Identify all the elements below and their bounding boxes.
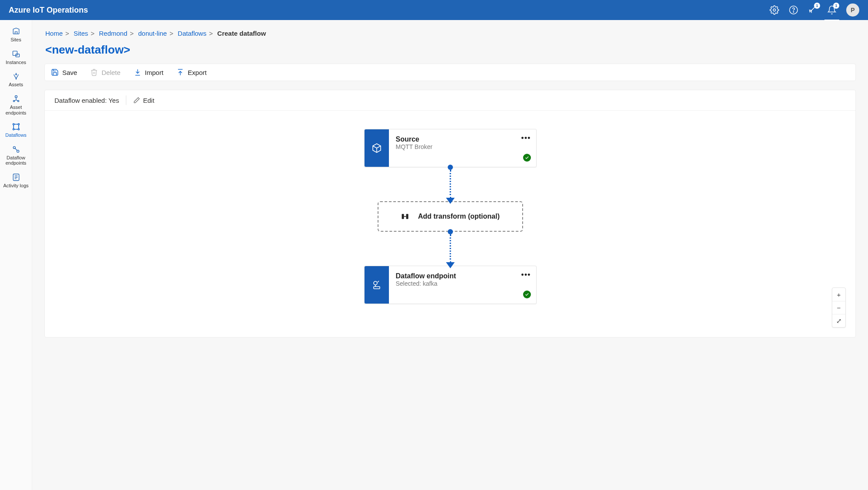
svg-point-6 — [15, 95, 17, 98]
svg-rect-16 — [402, 214, 404, 219]
avatar[interactable]: P — [846, 3, 859, 17]
endpoint-icon — [372, 280, 382, 290]
divider — [126, 95, 126, 105]
zoom-fit-button[interactable]: ⤢ — [832, 314, 845, 327]
source-menu-icon[interactable]: ••• — [521, 134, 531, 143]
source-title: Source — [396, 135, 529, 143]
settings-icon[interactable] — [770, 5, 779, 15]
svg-rect-17 — [406, 214, 408, 219]
nav-label: Assets — [9, 82, 23, 88]
dest-card[interactable]: Dataflow endpoint Selected: kafka ••• — [364, 266, 537, 304]
crumb-dataflows[interactable]: Dataflows — [178, 30, 206, 37]
zoom-in-button[interactable]: + — [832, 288, 845, 301]
export-button[interactable]: Export — [176, 68, 206, 76]
nav-label: Dataflows — [5, 132, 26, 138]
check-icon — [523, 154, 531, 162]
import-button[interactable]: Import — [134, 68, 164, 76]
crumb-sites[interactable]: Sites — [74, 30, 88, 37]
save-icon — [51, 68, 59, 76]
source-subtitle: MQTT Broker — [396, 143, 529, 150]
crumb-redmond[interactable]: Redmond — [99, 30, 127, 37]
topbar-actions: 1 1 P — [770, 3, 859, 17]
svg-point-0 — [773, 9, 776, 11]
zoom-out-button[interactable]: − — [832, 301, 845, 314]
svg-point-2 — [793, 12, 794, 12]
command-bar: Save Delete Import Export — [44, 64, 856, 81]
nav-label: Asset endpoints — [2, 105, 30, 115]
svg-point-18 — [374, 281, 377, 285]
connector-2 — [449, 232, 451, 266]
export-label: Export — [188, 69, 206, 76]
zoom-controls: + − ⤢ — [832, 287, 846, 328]
nav-label: Instances — [6, 60, 26, 65]
cube-icon — [372, 143, 382, 153]
svg-rect-19 — [374, 287, 380, 289]
notifications-icon[interactable]: 1 — [827, 5, 837, 15]
edit-label: Edit — [143, 97, 154, 104]
check-icon — [523, 291, 531, 298]
nav-assets[interactable]: Assets — [0, 68, 32, 91]
delete-button: Delete — [90, 68, 120, 76]
nav-label: Activity logs — [3, 183, 28, 189]
source-card[interactable]: Source MQTT Broker ••• — [364, 129, 537, 167]
topbar: Azure IoT Operations 1 1 P — [0, 0, 868, 20]
dest-menu-icon[interactable]: ••• — [521, 270, 531, 280]
transform-label: Add transform (optional) — [418, 213, 500, 220]
download-icon — [134, 68, 142, 76]
svg-point-9 — [13, 124, 14, 125]
panel-head: Dataflow enabled: Yes Edit — [45, 90, 855, 111]
svg-point-12 — [18, 128, 19, 130]
save-button[interactable]: Save — [51, 68, 77, 76]
import-label: Import — [145, 69, 164, 76]
dest-title: Dataflow endpoint — [396, 272, 529, 280]
nav-activity-logs[interactable]: Activity logs — [0, 169, 32, 192]
help-icon[interactable] — [789, 5, 798, 15]
edit-button[interactable]: Edit — [133, 97, 154, 104]
save-label: Save — [62, 69, 77, 76]
breadcrumb: Home> Sites> Redmond> donut-line> Datafl… — [45, 30, 856, 37]
nav-dataflow-endpoints[interactable]: Dataflow endpoints — [0, 142, 32, 169]
dataflow-panel: Dataflow enabled: Yes Edit Source — [44, 90, 856, 338]
app-title: Azure IoT Operations — [9, 6, 88, 15]
feedback-icon[interactable]: 1 — [808, 5, 817, 15]
trash-icon — [90, 68, 98, 76]
upload-icon — [176, 68, 184, 76]
nav-instances[interactable]: Instances — [0, 46, 32, 69]
flow-canvas: Source MQTT Broker ••• Add transform (op… — [45, 111, 855, 337]
svg-rect-3 — [13, 51, 17, 55]
transform-icon — [401, 212, 409, 221]
left-nav: Sites Instances Assets Asset endpoints D… — [0, 20, 32, 490]
page-title: <new-dataflow> — [45, 43, 855, 57]
connector-1 — [449, 167, 451, 201]
nav-dataflows[interactable]: Dataflows — [0, 119, 32, 142]
svg-point-10 — [18, 124, 19, 125]
svg-point-11 — [13, 128, 14, 130]
nav-label: Sites — [10, 37, 21, 43]
nav-asset-endpoints[interactable]: Asset endpoints — [0, 91, 32, 119]
crumb-home[interactable]: Home — [45, 30, 63, 37]
dest-tile — [365, 266, 389, 304]
source-tile — [365, 129, 389, 167]
delete-label: Delete — [101, 69, 120, 76]
nav-label: Dataflow endpoints — [2, 155, 30, 166]
add-transform-button[interactable]: Add transform (optional) — [378, 201, 523, 232]
crumb-current: Create dataflow — [217, 30, 266, 37]
dest-subtitle: Selected: kafka — [396, 280, 529, 287]
enabled-status: Dataflow enabled: Yes — [54, 97, 119, 104]
active-underline — [824, 20, 839, 21]
nav-sites[interactable]: Sites — [0, 24, 32, 46]
main-content: Home> Sites> Redmond> donut-line> Datafl… — [32, 20, 868, 490]
feedback-badge: 1 — [814, 3, 820, 9]
crumb-instance[interactable]: donut-line — [138, 30, 167, 37]
pencil-icon — [133, 97, 140, 104]
notify-badge: 1 — [833, 3, 839, 9]
